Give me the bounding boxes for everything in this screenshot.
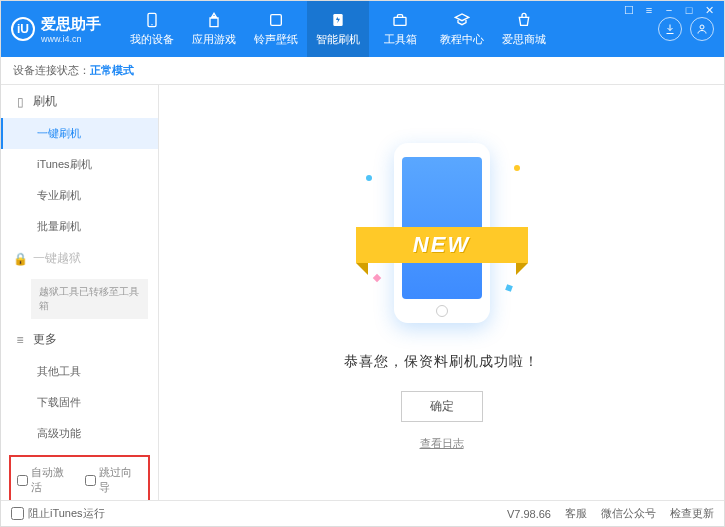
phone-icon: ▯	[13, 95, 27, 109]
confetti-dot	[505, 284, 513, 292]
sidebar-section-jailbreak: 🔒 一键越狱	[1, 242, 158, 275]
nav-apps[interactable]: 应用游戏	[183, 1, 245, 57]
nav-smart-flash[interactable]: 智能刷机	[307, 1, 369, 57]
status-mode: 正常模式	[90, 63, 134, 78]
checkbox-input[interactable]	[11, 507, 24, 520]
sidebar-item-download-firmware[interactable]: 下载固件	[1, 387, 158, 418]
footer-link-wechat[interactable]: 微信公众号	[601, 506, 656, 521]
nav-label: 教程中心	[440, 32, 484, 47]
footer: 阻止iTunes运行 V7.98.66 客服 微信公众号 检查更新	[1, 500, 724, 526]
store-icon	[514, 11, 534, 29]
sidebar: ▯ 刷机 一键刷机 iTunes刷机 专业刷机 批量刷机 🔒 一键越狱 越狱工具…	[1, 85, 159, 500]
status-bar: 设备连接状态： 正常模式	[1, 57, 724, 85]
user-button[interactable]	[690, 17, 714, 41]
ok-button[interactable]: 确定	[401, 391, 483, 422]
titlebar-controls: ☐ ≡ − □ ✕	[622, 3, 716, 17]
nav-label: 爱思商城	[502, 32, 546, 47]
section-label: 更多	[33, 331, 57, 348]
ringtone-icon	[266, 11, 286, 29]
apps-icon	[204, 11, 224, 29]
new-ribbon: NEW	[356, 227, 528, 263]
success-message: 恭喜您，保资料刷机成功啦！	[344, 353, 539, 371]
confetti-dot	[514, 165, 520, 171]
nav-label: 铃声壁纸	[254, 32, 298, 47]
checkbox-label: 跳过向导	[99, 465, 143, 495]
download-button[interactable]	[658, 17, 682, 41]
nav-ringtones[interactable]: 铃声壁纸	[245, 1, 307, 57]
status-label: 设备连接状态：	[13, 63, 90, 78]
sidebar-item-other-tools[interactable]: 其他工具	[1, 356, 158, 387]
sidebar-section-flash[interactable]: ▯ 刷机	[1, 85, 158, 118]
logo[interactable]: iU 爱思助手 www.i4.cn	[11, 15, 101, 44]
checkbox-label: 自动激活	[31, 465, 75, 495]
checkbox-input[interactable]	[17, 475, 28, 486]
sidebar-item-pro-flash[interactable]: 专业刷机	[1, 180, 158, 211]
header-right	[658, 17, 714, 41]
logo-text: 爱思助手	[41, 15, 101, 34]
footer-link-update[interactable]: 检查更新	[670, 506, 714, 521]
toolbox-icon	[390, 11, 410, 29]
section-label: 刷机	[33, 93, 57, 110]
nav-my-device[interactable]: 我的设备	[121, 1, 183, 57]
sidebar-item-batch-flash[interactable]: 批量刷机	[1, 211, 158, 242]
nav-label: 我的设备	[130, 32, 174, 47]
menu-icon[interactable]: ≡	[642, 3, 656, 17]
logo-icon: iU	[11, 17, 35, 41]
nav-store[interactable]: 爱思商城	[493, 1, 555, 57]
checkbox-input[interactable]	[85, 475, 96, 486]
version-label: V7.98.66	[507, 508, 551, 520]
checkbox-block-itunes[interactable]: 阻止iTunes运行	[11, 506, 105, 521]
home-button-graphic	[436, 305, 448, 317]
sidebar-item-oneclick-flash[interactable]: 一键刷机	[1, 118, 158, 149]
options-box: 自动激活 跳过向导	[9, 455, 150, 500]
confetti-dot	[366, 175, 372, 181]
nav-label: 智能刷机	[316, 32, 360, 47]
top-nav: 我的设备 应用游戏 铃声壁纸 智能刷机 工具箱 教程中心	[121, 1, 555, 57]
flash-icon	[328, 11, 348, 29]
checkbox-label: 阻止iTunes运行	[28, 506, 105, 521]
checkbox-auto-activate[interactable]: 自动激活	[17, 465, 75, 495]
success-illustration: NEW	[362, 135, 522, 335]
app-window: ☐ ≡ − □ ✕ iU 爱思助手 www.i4.cn 我的设备 应用游戏	[0, 0, 725, 527]
logo-url: www.i4.cn	[41, 34, 101, 44]
svg-point-1	[151, 24, 152, 25]
tutorial-icon	[452, 11, 472, 29]
sidebar-section-more[interactable]: ≡ 更多	[1, 323, 158, 356]
close-icon[interactable]: ✕	[702, 3, 716, 17]
header: ☐ ≡ − □ ✕ iU 爱思助手 www.i4.cn 我的设备 应用游戏	[1, 1, 724, 57]
maximize-icon[interactable]: □	[682, 3, 696, 17]
menu-lines-icon: ≡	[13, 333, 27, 347]
lock-icon: 🔒	[13, 252, 27, 266]
sidebar-item-advanced[interactable]: 高级功能	[1, 418, 158, 449]
section-label: 一键越狱	[33, 250, 81, 267]
body: ▯ 刷机 一键刷机 iTunes刷机 专业刷机 批量刷机 🔒 一键越狱 越狱工具…	[1, 85, 724, 500]
nav-label: 工具箱	[384, 32, 417, 47]
view-log-link[interactable]: 查看日志	[420, 436, 464, 451]
sidebar-item-itunes-flash[interactable]: iTunes刷机	[1, 149, 158, 180]
jailbreak-note: 越狱工具已转移至工具箱	[31, 279, 148, 319]
nav-tutorials[interactable]: 教程中心	[431, 1, 493, 57]
checkbox-skip-setup[interactable]: 跳过向导	[85, 465, 143, 495]
footer-link-support[interactable]: 客服	[565, 506, 587, 521]
confetti-dot	[372, 273, 380, 281]
minimize-icon[interactable]: −	[662, 3, 676, 17]
device-icon	[142, 11, 162, 29]
svg-rect-4	[394, 17, 406, 25]
main-panel: NEW 恭喜您，保资料刷机成功啦！ 确定 查看日志	[159, 85, 724, 500]
nav-label: 应用游戏	[192, 32, 236, 47]
svg-point-5	[700, 25, 704, 29]
svg-rect-2	[271, 15, 282, 26]
nav-toolbox[interactable]: 工具箱	[369, 1, 431, 57]
cart-icon[interactable]: ☐	[622, 3, 636, 17]
